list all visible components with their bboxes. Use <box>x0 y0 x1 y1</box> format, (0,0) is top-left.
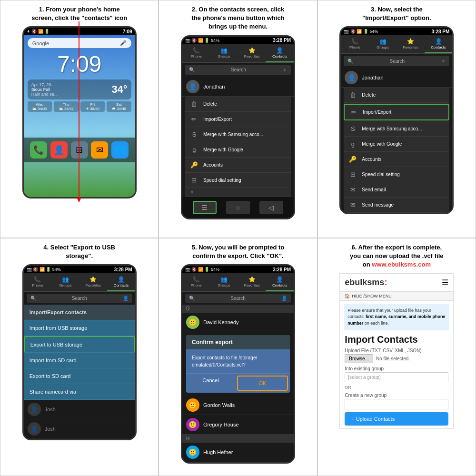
tab-contacts-5[interactable]: 👤 Contacts <box>266 273 294 291</box>
gordon-name: Gordon Walis <box>203 402 235 408</box>
favorites-tab-icon-3: ⭐ <box>407 38 414 45</box>
menu-delete-label-2: Delete <box>203 101 217 107</box>
messages-icon[interactable]: ✉ <box>91 141 108 159</box>
menu-delete-3[interactable]: 🗑 Delete <box>344 88 449 103</box>
menu-merge-samsung-2[interactable]: S Merge with Samsung acco... <box>185 127 291 142</box>
export-usb-item[interactable]: Export to USB storage <box>24 336 135 353</box>
search-bar-3[interactable]: 🔍 Search ＋ <box>344 56 449 66</box>
tab-contacts-3[interactable]: 👤 Contacts <box>425 35 453 53</box>
menu-delete-2[interactable]: 🗑 Delete <box>185 97 291 112</box>
tab-groups-label-3: Groups <box>377 45 389 50</box>
menu-accounts-2[interactable]: 🔑 Accounts <box>185 158 291 173</box>
forecast-sat: Sat 🌧 34/45 <box>107 101 131 112</box>
tab-phone-2[interactable]: 📞 Phone <box>182 44 210 62</box>
section-d: D <box>182 305 294 313</box>
search-icon-3: 🔍 <box>347 59 353 64</box>
google-search-bar[interactable]: Google 🎤 <box>28 38 131 48</box>
search-placeholder-2: Search <box>231 67 246 72</box>
contacts-tab-icon-3: 👤 <box>435 38 442 45</box>
forecast-day-3: Sat <box>109 102 129 107</box>
search-bar-2[interactable]: 🔍 Search ＋ <box>185 65 291 75</box>
import-export-icon-3: ✏ <box>349 109 358 116</box>
hugh-avatar: 🙂 <box>186 446 199 459</box>
upload-contacts-button[interactable]: + Upload Contacts <box>345 412 448 426</box>
hamburger-icon[interactable]: ☰ <box>442 278 448 287</box>
export-sd-item[interactable]: Export to SD card <box>24 368 135 384</box>
tab-phone-4[interactable]: 📞 Phone <box>24 273 52 291</box>
menu-merge-google-2[interactable]: g Merge with Google <box>185 142 291 158</box>
tab-favorites-label-3: Favorites <box>403 45 418 50</box>
menu-speed-dial-2[interactable]: ⊞ Speed dial setting <box>185 173 291 188</box>
cancel-button[interactable]: Cancel <box>186 374 235 393</box>
group-select[interactable]: [select a group] <box>345 372 448 382</box>
home-clock: 7:09 <box>24 51 135 77</box>
david-name: David Kennedy <box>203 319 239 325</box>
tab-phone-label: Phone <box>191 54 202 59</box>
person-icon-4: 👤 <box>123 296 129 301</box>
tab-contacts-4[interactable]: 👤 Contacts <box>107 273 135 291</box>
website-url: www.ebulksms.com <box>372 261 431 268</box>
accounts-icon-3: 🔑 <box>348 156 357 163</box>
tab-groups-5[interactable]: 👥 Groups <box>210 273 238 291</box>
menu-send-email-3[interactable]: ✉ Send email <box>344 182 449 198</box>
menu-accounts-3[interactable]: 🔑 Accounts <box>344 152 449 167</box>
contact-josh-1: 👤 Josh <box>24 400 135 419</box>
menu-nav-btn[interactable]: ☰ <box>193 201 217 214</box>
home-nav-btn[interactable]: ○ <box>226 201 250 214</box>
tab-favorites-3[interactable]: ⭐ Favorites <box>397 35 425 53</box>
search-bar-5[interactable]: 🔍 Search 👤 <box>185 294 291 303</box>
import-usb-item[interactable]: Import from USB storage <box>24 320 135 336</box>
new-group-input[interactable] <box>345 399 448 409</box>
menu-merge-google-3[interactable]: g Merge with Google <box>344 137 449 152</box>
status-icons-2: 📷 🔇 📶 🔋 54% <box>185 38 219 43</box>
menu-send-msg-3[interactable]: ✉ Send message <box>344 198 449 213</box>
search-icon-4: 🔍 <box>30 296 36 301</box>
contacts-icon[interactable]: 👤 <box>50 141 68 159</box>
step-5-label: 5. Now, you will be prompted toconfirm t… <box>164 243 312 260</box>
search-icon-5: 🔍 <box>189 296 195 301</box>
tab-favorites-5[interactable]: ⭐ Favorites <box>238 273 266 291</box>
tab-groups-3[interactable]: 👥 Groups <box>369 35 397 53</box>
menu-import-export-3[interactable]: ✏ Import/Export <box>344 104 449 120</box>
browser-icon[interactable]: 🌐 <box>111 141 129 159</box>
browse-button[interactable]: Browse... <box>345 354 373 363</box>
share-namecard-item[interactable]: Share namecard via <box>24 384 135 400</box>
tab-contacts-label-3: Contacts <box>431 45 446 50</box>
phone-icon[interactable]: 📞 <box>30 141 47 159</box>
menu-merge-google-label-2: Merge with Google <box>203 147 243 152</box>
weather-temp: 34° <box>111 83 127 96</box>
contact-jonathan-2[interactable]: 👤 Jonathan <box>182 77 294 97</box>
back-nav-btn[interactable]: ◁ <box>259 201 283 214</box>
tab-favorites-4[interactable]: ⭐ Favorites <box>79 273 108 291</box>
tab-phone-3[interactable]: 📞 Phone <box>341 35 369 53</box>
groups-tab-icon-3: 👥 <box>379 38 387 45</box>
contact-jonathan-3[interactable]: 👤 Jonathan <box>341 68 452 88</box>
menu-send-email-stub-2: ▼ <box>185 188 291 197</box>
step-6-cell: 6. After the export is complete,you can … <box>317 238 476 476</box>
contact-david[interactable]: 🙂 David Kennedy <box>182 313 294 332</box>
contact-hugh[interactable]: 🙂 Hugh Hefner <box>182 443 294 462</box>
contact-gordon[interactable]: 🙂 Gordon Walis <box>182 396 294 415</box>
menu-speed-dial-3[interactable]: ⊞ Speed dial setting <box>344 167 449 182</box>
tab-groups-4[interactable]: 👥 Groups <box>51 273 79 291</box>
menu-merge-samsung-3[interactable]: S Merge with Samsung acco... <box>344 121 449 137</box>
import-sd-item[interactable]: Import from SD card <box>24 353 135 368</box>
weather-widget: Apr 17, 20... Sioux Fall Rain and se... … <box>28 79 131 99</box>
menu-import-export-2[interactable]: ✏ Import/Export <box>185 112 291 127</box>
tab-phone-5[interactable]: 📞 Phone <box>182 273 210 291</box>
phone-mockup-5: 📷 🔇 📶 🔋 54% 3:28 PM 📞 Phone 👥 Groups ⭐ <box>181 264 295 464</box>
tab-groups-2[interactable]: 👥 Groups <box>210 44 238 62</box>
search-bar-4[interactable]: 🔍 Search 👤 <box>27 294 132 303</box>
contact-gregory[interactable]: 🙂 Gregory House <box>182 415 294 435</box>
ok-button[interactable]: OK <box>237 376 288 391</box>
contacts-tabs-5: 📞 Phone 👥 Groups ⭐ Favorites 👤 Contacts <box>182 273 294 292</box>
tab-contacts-2[interactable]: 👤 Contacts <box>266 44 294 62</box>
hide-show-menu[interactable]: HIDE /SHOW MENU <box>352 294 392 298</box>
tab-favorites-2[interactable]: ⭐ Favorites <box>238 44 266 62</box>
google-merge-icon-2: g <box>190 146 198 153</box>
add-contact-icon[interactable]: ＋ <box>282 67 287 73</box>
status-icons-left: ✈ 🔇 📶 🔋 <box>27 29 50 34</box>
josh-name-2: Josh <box>45 426 56 432</box>
groups-tab-icon-5: 👥 <box>220 276 228 283</box>
add-contact-icon-3[interactable]: ＋ <box>441 58 446 64</box>
